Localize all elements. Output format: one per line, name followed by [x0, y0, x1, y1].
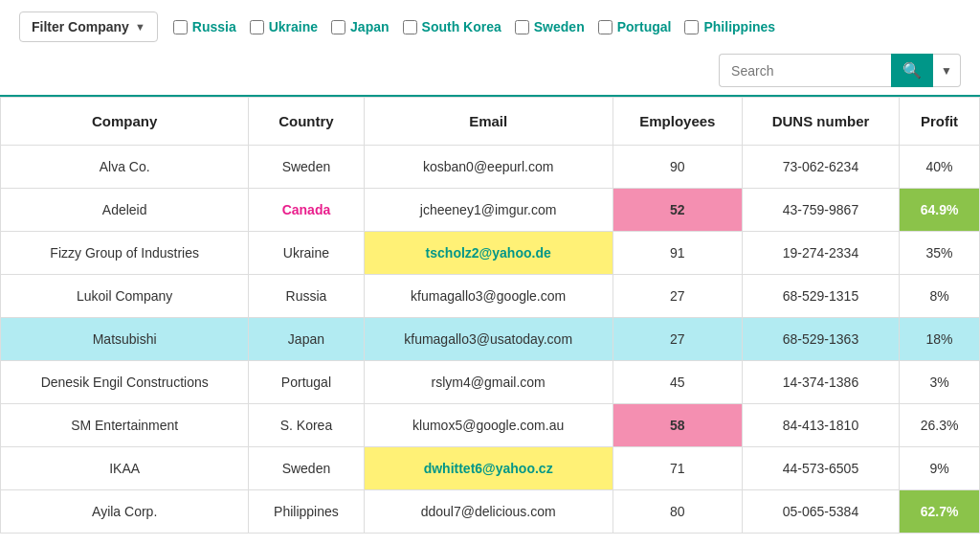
country-filter-russia[interactable]: Russia	[173, 19, 236, 34]
cell-company: Fizzy Group of Industries	[1, 232, 249, 275]
checkbox-ukraine[interactable]	[250, 20, 264, 34]
checkbox-south-korea[interactable]	[403, 20, 417, 34]
cell-duns: 44-573-6505	[742, 447, 899, 490]
data-table: CompanyCountryEmailEmployeesDUNS numberP…	[0, 97, 980, 534]
chevron-down-icon: ▼	[135, 21, 145, 33]
search-input[interactable]	[719, 54, 891, 87]
cell-country: Canada	[249, 189, 364, 232]
cell-duns: 19-274-2334	[742, 232, 899, 275]
cell-employees: 71	[612, 447, 742, 490]
cell-company: Denesik Engil Constructions	[1, 361, 249, 404]
cell-email: ddoul7@delicious.com	[364, 490, 612, 534]
cell-country: Portugal	[249, 361, 364, 404]
header-profit: Profit	[900, 98, 980, 146]
cell-profit: 18%	[900, 318, 980, 361]
filter-company-button[interactable]: Filter Company ▼	[19, 11, 158, 42]
cell-employees: 90	[612, 146, 742, 189]
country-label-russia: Russia	[192, 19, 236, 34]
search-icon: 🔍	[902, 61, 922, 79]
country-label-ukraine: Ukraine	[269, 19, 318, 34]
cell-country: Philippines	[249, 490, 364, 534]
country-filter-portugal[interactable]: Portugal	[598, 19, 672, 34]
table-row: SM EntertainmentS. Koreaklumox5@google.c…	[1, 404, 980, 447]
header-duns-number: DUNS number	[742, 98, 899, 146]
cell-country: Japan	[249, 318, 364, 361]
table-row: Alva Co.Swedenkosban0@eepurl.com9073-062…	[1, 146, 980, 189]
search-dropdown-button[interactable]: ▼	[933, 54, 961, 87]
cell-employees: 80	[612, 490, 742, 534]
cell-company: Matsubishi	[1, 318, 249, 361]
cell-country: Ukraine	[249, 232, 364, 275]
cell-duns: 14-374-1386	[742, 361, 899, 404]
cell-employees: 45	[612, 361, 742, 404]
cell-company: Lukoil Company	[1, 275, 249, 318]
cell-employees: 27	[612, 318, 742, 361]
country-filter-sweden[interactable]: Sweden	[515, 19, 585, 34]
table-row: Denesik Engil ConstructionsPortugalrslym…	[1, 361, 980, 404]
filter-company-label: Filter Company	[32, 19, 129, 34]
table-row: Ayila Corp.Philippinesddoul7@delicious.c…	[1, 490, 980, 534]
checkbox-portugal[interactable]	[598, 20, 612, 34]
country-label-south-korea: South Korea	[422, 19, 501, 34]
cell-duns: 84-413-1810	[742, 404, 899, 447]
cell-email: jcheeney1@imgur.com	[364, 189, 612, 232]
header-email: Email	[364, 98, 612, 146]
search-bar-wrapper: 🔍 ▼	[0, 54, 980, 95]
table-container: CompanyCountryEmailEmployeesDUNS numberP…	[0, 95, 980, 534]
cell-email: kfumagallo3@usatoday.com	[364, 318, 612, 361]
table-header: CompanyCountryEmailEmployeesDUNS numberP…	[1, 98, 980, 146]
search-button[interactable]: 🔍	[891, 54, 933, 87]
cell-employees: 91	[612, 232, 742, 275]
table-row: IKAASwedendwhittet6@yahoo.cz7144-573-650…	[1, 447, 980, 490]
cell-email: rslym4@gmail.com	[364, 361, 612, 404]
cell-email: dwhittet6@yahoo.cz	[364, 447, 612, 490]
cell-employees: 58	[612, 404, 742, 447]
cell-country: Sweden	[249, 146, 364, 189]
cell-email: klumox5@google.com.au	[364, 404, 612, 447]
cell-company: IKAA	[1, 447, 249, 490]
cell-duns: 05-065-5384	[742, 490, 899, 534]
country-filters: RussiaUkraineJapanSouth KoreaSwedenPortu…	[173, 19, 775, 34]
cell-company: Alva Co.	[1, 146, 249, 189]
cell-profit: 9%	[900, 447, 980, 490]
country-filter-japan[interactable]: Japan	[331, 19, 389, 34]
checkbox-japan[interactable]	[331, 20, 345, 34]
header-employees: Employees	[612, 98, 742, 146]
table-row: MatsubishiJapankfumagallo3@usatoday.com2…	[1, 318, 980, 361]
cell-company: SM Entertainment	[1, 404, 249, 447]
header-country: Country	[249, 98, 364, 146]
cell-duns: 43-759-9867	[742, 189, 899, 232]
header-company: Company	[1, 98, 249, 146]
checkbox-russia[interactable]	[173, 20, 188, 34]
country-filter-philippines[interactable]: Philippines	[684, 19, 775, 34]
cell-employees: 52	[612, 189, 742, 232]
country-label-sweden: Sweden	[534, 19, 585, 34]
cell-profit: 8%	[900, 275, 980, 318]
cell-country: Russia	[249, 275, 364, 318]
cell-duns: 68-529-1315	[742, 275, 899, 318]
table-row: Lukoil CompanyRussiakfumagallo3@google.c…	[1, 275, 980, 318]
cell-profit: 40%	[900, 146, 980, 189]
checkbox-sweden[interactable]	[515, 20, 529, 34]
cell-profit: 26.3%	[900, 404, 980, 447]
table-body: Alva Co.Swedenkosban0@eepurl.com9073-062…	[1, 146, 980, 534]
country-filter-ukraine[interactable]: Ukraine	[250, 19, 318, 34]
cell-profit: 62.7%	[900, 490, 980, 534]
cell-email: kosban0@eepurl.com	[364, 146, 612, 189]
cell-email: kfumagallo3@google.com	[364, 275, 612, 318]
cell-company: Ayila Corp.	[1, 490, 249, 534]
cell-email: tscholz2@yahoo.de	[364, 232, 612, 275]
country-filter-south-korea[interactable]: South Korea	[403, 19, 501, 34]
checkbox-philippines[interactable]	[684, 20, 699, 34]
cell-profit: 35%	[900, 232, 980, 275]
country-label-philippines: Philippines	[703, 19, 775, 34]
cell-company: Adeleid	[1, 189, 249, 232]
table-row: AdeleidCanadajcheeney1@imgur.com5243-759…	[1, 189, 980, 232]
country-label-japan: Japan	[350, 19, 389, 34]
cell-profit: 64.9%	[900, 189, 980, 232]
cell-employees: 27	[612, 275, 742, 318]
header-row: CompanyCountryEmailEmployeesDUNS numberP…	[1, 98, 980, 146]
cell-profit: 3%	[900, 361, 980, 404]
table-row: Fizzy Group of IndustriesUkrainetscholz2…	[1, 232, 980, 275]
cell-country: Sweden	[249, 447, 364, 490]
